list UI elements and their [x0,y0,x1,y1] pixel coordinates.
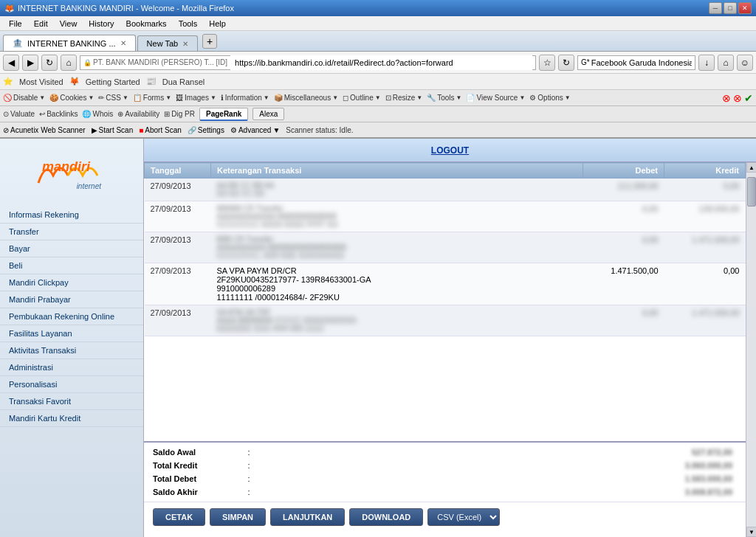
back-button[interactable]: ◀ [3,55,19,71]
profile-icon[interactable]: ☺ [737,55,753,71]
tool-disable[interactable]: 🚫 Disable ▼ [3,94,45,102]
menu-help[interactable]: Help [203,18,232,30]
start-scan-button[interactable]: ▶ Start Scan [92,126,134,134]
sidebar-item-pembukaan-rekening[interactable]: Pembukaan Rekening Online [0,308,143,325]
new-tab-button[interactable]: + [202,34,217,49]
sidebar-item-personalisasi[interactable]: Personalisasi [0,376,143,393]
scroll-down-button[interactable]: ▼ [746,527,756,537]
home-icon[interactable]: ⌂ [718,55,734,71]
csv-format-select[interactable]: CSV (Excel) [427,508,500,526]
tool-whois[interactable]: 🌐 Whois [82,110,113,118]
menu-bookmarks[interactable]: Bookmarks [120,18,173,30]
start-scan-icon: ▶ [92,126,97,134]
close-button[interactable]: ✕ [738,2,752,14]
tab-new-tab[interactable]: New Tab ✕ [137,35,199,51]
minimize-button[interactable]: ─ [709,2,722,14]
restore-button[interactable]: □ [724,2,737,14]
tool-forms[interactable]: 📋 Forms ▼ [133,94,171,102]
tool-dig-pr[interactable]: ⊞ Dig PR [164,110,195,118]
desc-cell: AA BB CC BB AA DD EE CC DD [211,179,583,201]
search-input[interactable] [591,58,692,67]
sidebar-item-mandiri-kartu-kredit[interactable]: Mandiri Kartu Kredit [0,410,143,427]
total-debet-row: Total Debet : 1.583.000,00 [144,472,756,485]
transaction-table-container[interactable]: Tanggal Keterangan Transaksi Debet Kredi… [144,162,756,441]
menu-file[interactable]: File [3,18,28,30]
menu-view[interactable]: View [54,18,83,30]
ok-icon-green[interactable]: ✔ [744,92,753,104]
tool-backlinks[interactable]: ↩ Backlinks [39,110,78,118]
forward-button[interactable]: ▶ [22,55,38,71]
tool-view-source[interactable]: 📄 View Source ▼ [466,94,525,102]
table-row: 27/09/2013 MMMM CR Transfer AAAAAAAAAAAA… [145,201,746,232]
tool-options[interactable]: ⚙ Options ▼ [529,94,570,102]
tool-availability[interactable]: ⊕ Availability [117,110,159,118]
digpr-icon: ⊞ [164,110,170,118]
scroll-thumb[interactable] [747,177,756,207]
download-button[interactable]: ↓ [698,55,715,71]
tab-close-button-2[interactable]: ✕ [182,40,188,48]
sidebar-item-fasilitas-layanan[interactable]: Fasilitas Layanan [0,325,143,342]
sidebar-item-informasi-rekening[interactable]: Informasi Rekening [0,207,143,224]
sidebar-item-transaksi-favorit[interactable]: Transaksi Favorit [0,393,143,410]
refresh-button[interactable]: ↻ [41,55,58,71]
tool-valuate[interactable]: ⊙ Valuate [3,110,35,118]
sidebar-item-bayar[interactable]: Bayar [0,240,143,257]
advanced-button[interactable]: ⚙ Advanced ▼ [230,126,280,134]
tab-internet-banking[interactable]: 🏦 INTERNET BANKING ... ✕ [3,35,136,51]
bookmark-getting-started[interactable]: Getting Started [86,77,140,86]
images-icon: 🖼 [176,94,183,102]
sidebar-item-mandiri-prabayar[interactable]: Mandiri Prabayar [0,291,143,308]
logout-link[interactable]: LOGOUT [431,145,469,156]
lanjutkan-button[interactable]: LANJUTKAN [270,508,345,526]
bookmark-most-visited[interactable]: Most Visited [19,77,63,86]
menu-edit[interactable]: Edit [28,18,54,30]
scrollbar-track[interactable]: ▲ ▼ [746,162,756,537]
sidebar-item-transfer[interactable]: Transfer [0,224,143,240]
cetak-button[interactable]: CETAK [153,508,205,526]
tool-outline[interactable]: ◻ Outline ▼ [343,94,381,102]
resize-icon: ⊡ [385,94,391,102]
bookmark-icon2: 🦊 [69,77,80,86]
tool-cookies[interactable]: 🍪 Cookies ▼ [49,94,94,102]
error-icon-red[interactable]: ⊗ [722,92,731,104]
saldo-akhir-value: 3.008.872,00 [256,488,747,496]
tool-miscellaneous[interactable]: 📦 Miscellaneous ▼ [274,94,338,102]
menu-history[interactable]: History [83,18,120,30]
saldo-awal-row: Saldo Awal : 527.872,00 [144,446,756,459]
menu-tools[interactable]: Tools [173,18,204,30]
desc-cell: MMMM CR Transfer AAAAAAAAAAAA BBBBBBBBBB… [211,201,583,232]
page-refresh[interactable]: ↻ [558,55,574,71]
ssl-label: PT. BANK MANDIRI (PERSERO) T... [ID] [93,58,227,66]
error-icon-red2[interactable]: ⊗ [733,92,742,104]
tool-css[interactable]: ✏ CSS ▼ [98,94,128,102]
abort-scan-button[interactable]: ■ Abort Scan [139,126,182,134]
total-debet-value: 1.583.000,00 [256,474,747,483]
home-button[interactable]: ⌂ [61,55,77,71]
tool-information[interactable]: ℹ Information ▼ [221,94,269,102]
abort-scan-icon: ■ [139,126,143,134]
advanced-icon: ⚙ [230,126,237,134]
sidebar-item-mandiri-clickpay[interactable]: Mandiri Clickpay [0,274,143,291]
options-label: Options [537,94,563,102]
resize-label: Resize [393,94,416,102]
css-label: CSS [106,94,121,102]
tool-images[interactable]: 🖼 Images ▼ [176,94,216,102]
scroll-up-button[interactable]: ▲ [746,162,756,173]
bookmark-dua-ransel[interactable]: Dua Ransel [162,77,205,86]
url-input[interactable] [230,55,532,70]
forms-icon: 📋 [133,94,142,102]
sidebar-item-beli[interactable]: Beli [0,257,143,274]
tab-pagerank[interactable]: PageRank [199,108,248,121]
tab-close-button[interactable]: ✕ [120,39,126,47]
tab-alexa[interactable]: Alexa [252,108,284,120]
tool-tools[interactable]: 🔧 Tools ▼ [427,94,461,102]
address-bar: ◀ ▶ ↻ ⌂ 🔒 PT. BANK MANDIRI (PERSERO) T..… [0,52,756,74]
simpan-button[interactable]: SIMPAN [210,508,266,526]
tool-resize[interactable]: ⊡ Resize ▼ [385,94,423,102]
bookmark-star[interactable]: ☆ [539,55,555,71]
table-row: 27/09/2013 SA ATM SA TRF AAAA BBBBBBB CC… [145,305,746,336]
settings-button[interactable]: 🔗 Settings [188,126,224,134]
download-button-main[interactable]: DOWNLOAD [349,508,423,526]
sidebar-item-aktivitas-transaksi[interactable]: Aktivitas Transaksi [0,342,143,359]
sidebar-item-administrasi[interactable]: Administrasi [0,359,143,376]
